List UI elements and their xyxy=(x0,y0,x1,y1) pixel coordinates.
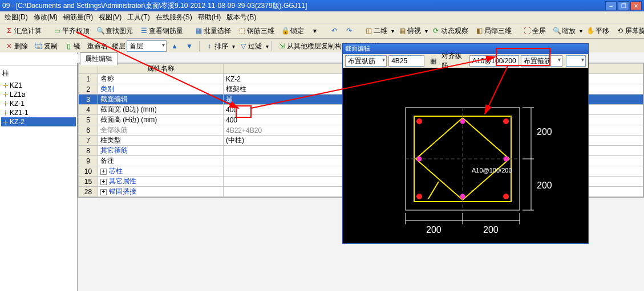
mirror-button[interactable]: ▯ 镜 xyxy=(62,40,83,52)
prop-name: 截面宽 (B边) (mm) xyxy=(98,105,224,115)
tree-item-label: LZ1a xyxy=(10,91,25,99)
rebar-input[interactable]: 4B25 xyxy=(388,55,424,67)
filter-button[interactable]: ▽ 过滤 xyxy=(236,40,265,52)
copy-icon: ⿻ xyxy=(35,42,43,50)
menu-online[interactable]: 在线服务(S) xyxy=(153,13,195,22)
grid-icon-button[interactable]: ▦ xyxy=(426,56,440,66)
prop-name: 类别 xyxy=(98,84,224,95)
filter-label: 过滤 xyxy=(248,42,262,51)
expand-icon[interactable]: + xyxy=(100,189,107,195)
floor-combo-value: 首层 xyxy=(129,42,143,51)
tree-item[interactable]: KZ1-1 xyxy=(1,108,76,117)
orbit-button[interactable]: ⟳ 动态观察 xyxy=(429,25,471,37)
copy-from-label: 从其他楼层复制构件 xyxy=(287,42,349,51)
full-label: 全屏 xyxy=(532,26,546,36)
svg-point-18 xyxy=(503,194,509,199)
dim-right-bot: 200 xyxy=(537,181,552,190)
local3d-label: 局部三维 xyxy=(484,26,512,36)
minimize-button[interactable]: – xyxy=(605,1,617,10)
svg-rect-9 xyxy=(5,120,6,125)
svg-point-16 xyxy=(503,118,509,124)
tree-item[interactable]: KZ-2 xyxy=(1,117,76,126)
editor-more-combo[interactable] xyxy=(566,55,586,67)
rebar3d-button[interactable]: ⬚ 钢筋三维 xyxy=(235,25,277,37)
local3d-button[interactable]: ◧ 局部三维 xyxy=(472,25,515,37)
stirrup-value: A10@100/200 xyxy=(472,57,516,65)
tree-search-input[interactable] xyxy=(2,54,90,63)
up-button[interactable]: ▲ xyxy=(168,41,181,51)
row-number: 7 xyxy=(79,136,98,146)
menu-draw[interactable]: 绘图(D) xyxy=(2,13,30,22)
lock-button[interactable]: 🔒 锁定 xyxy=(278,25,307,37)
cube-icon: ◫ xyxy=(364,27,372,35)
find-button[interactable]: 🔍 查找图元 xyxy=(94,25,136,37)
expand-icon[interactable]: + xyxy=(100,169,107,175)
dim-bot-left: 200 xyxy=(426,225,442,235)
batch-button[interactable]: ▦ 批量选择 xyxy=(192,25,234,37)
layout-rebar-combo[interactable]: 布置纵筋 xyxy=(345,55,387,67)
rename-button[interactable]: 重命名 xyxy=(84,40,111,52)
undo-button[interactable]: ↶ xyxy=(327,26,341,36)
check-rebar-button[interactable]: ☰ 查看钢筋量 xyxy=(137,25,186,37)
prop-name: 名称 xyxy=(98,74,224,84)
section-canvas[interactable]: 200 200 200 200 A10@100/200 xyxy=(343,68,588,243)
menu-help[interactable]: 帮助(H) xyxy=(196,13,224,22)
orbit-label: 动态观察 xyxy=(441,26,468,36)
layout-stirrup-combo[interactable]: 布置箍筋 xyxy=(521,55,562,67)
floor-label: 楼层 xyxy=(112,42,125,51)
copy-from-floor-button[interactable]: ⇲ 从其他楼层复制构件 xyxy=(275,40,351,52)
toolbar-main: Σ 汇总计算 ▭ 平齐板顶 🔍 查找图元 ☰ 查看钢筋量 ▦ 批量选择 ⬚ 钢筋… xyxy=(0,23,644,39)
prop-name: +芯柱 xyxy=(98,166,224,177)
tree-item[interactable]: KZ-1 xyxy=(1,99,76,108)
menu-tools[interactable]: 工具(T) xyxy=(125,13,152,22)
menu-view[interactable]: 视图(V) xyxy=(96,13,124,22)
mirror-label: 镜 xyxy=(74,42,80,51)
tree-item-label: KZ-1 xyxy=(10,100,25,108)
svg-point-20 xyxy=(460,194,465,199)
batch-icon: ▦ xyxy=(195,27,202,35)
close-button[interactable]: ✕ xyxy=(630,1,642,10)
zoom-button[interactable]: 🔍 缩放 xyxy=(550,25,578,37)
menu-ver[interactable]: 版本号(B) xyxy=(224,13,258,22)
delete-button[interactable]: ✕ 删除 xyxy=(2,40,31,52)
delete-label: 删除 xyxy=(14,42,28,51)
view2d-label: 二维 xyxy=(374,26,387,36)
property-tab[interactable]: 属性编辑 xyxy=(80,52,118,65)
row-number: 8 xyxy=(79,146,98,156)
up-icon: ▲ xyxy=(171,42,179,50)
hand-icon: ✋ xyxy=(586,27,594,35)
menu-modify[interactable]: 修改(M) xyxy=(31,13,60,22)
fullscreen-button[interactable]: ⛶ 全屏 xyxy=(520,25,549,37)
flat-button[interactable]: ▭ 平齐板顶 xyxy=(50,25,92,37)
node-icon xyxy=(2,83,8,88)
tree-item[interactable]: KZ1 xyxy=(1,81,76,90)
view2d-button[interactable]: ◫ 二维 xyxy=(362,25,390,37)
stirrup-input[interactable]: A10@100/200 xyxy=(469,55,519,67)
down-button[interactable]: ▼ xyxy=(183,41,196,51)
redo-button[interactable]: ↷ xyxy=(342,26,356,36)
screen-rotate-button[interactable]: ⟲ 屏幕旋转 xyxy=(613,25,644,37)
x-icon: ✕ xyxy=(5,42,13,50)
copy-button[interactable]: ⿻ 复制 xyxy=(32,40,60,52)
expand-icon[interactable]: + xyxy=(100,179,107,185)
sum-button[interactable]: Σ 汇总计算 xyxy=(2,25,44,37)
dropdown-button[interactable]: ▾ xyxy=(308,26,322,36)
tree-list: 柱 KZ1LZ1aKZ-1KZ1-1KZ-2 xyxy=(0,65,77,291)
separator xyxy=(199,41,200,51)
row-number: 2 xyxy=(79,84,98,95)
floor-combo[interactable]: 首层 xyxy=(127,40,167,52)
svg-point-15 xyxy=(416,118,422,124)
sort-icon: ↕ xyxy=(205,42,213,50)
topview-icon: ▦ xyxy=(398,27,406,35)
maximize-button[interactable]: ❐ xyxy=(618,1,629,10)
pan-button[interactable]: ✋ 平移 xyxy=(584,25,612,37)
node-icon xyxy=(2,101,8,106)
tree-item[interactable]: LZ1a xyxy=(1,90,76,99)
top-view-button[interactable]: ▦ 俯视 xyxy=(395,25,424,37)
sort-button[interactable]: ↕ 排序 xyxy=(202,40,231,52)
mirror-icon: ▯ xyxy=(64,42,72,50)
row-number: 1 xyxy=(79,74,98,84)
window-title: 09 - [C:\Documents and Settings\Administ… xyxy=(2,1,604,11)
row-number: 15 xyxy=(79,177,98,187)
menu-rebar[interactable]: 钢筋量(R) xyxy=(61,13,96,22)
